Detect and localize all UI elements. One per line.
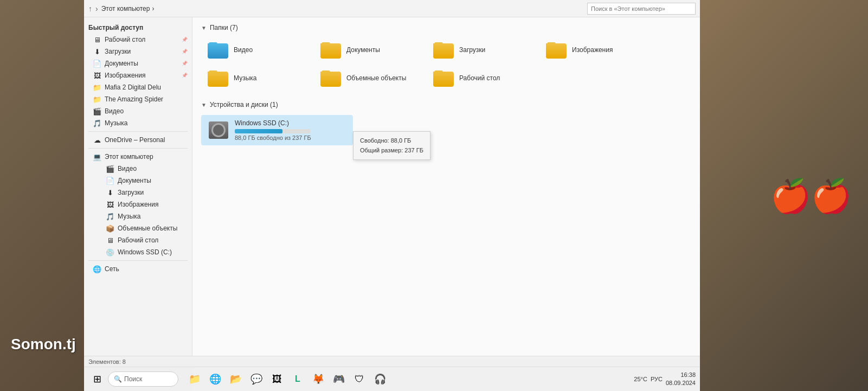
sidebar-item-3dobjects-pc[interactable]: 📦 Объемные объекты (97, 222, 192, 234)
sidebar-divider-1 (88, 131, 188, 132)
thispc-children: 🎬 Видео 📄 Документы ⬇ Загрузки 🖼 Изображ… (84, 163, 192, 258)
folder-documents-icon (320, 41, 342, 59)
breadcrumb-arrow: › (152, 5, 154, 12)
device-name: Windows SSD (C:) (235, 119, 346, 127)
search-icon: 🔍 (114, 375, 122, 383)
desktop-icon: 🖥 (93, 35, 101, 44)
right-environment: 🍎🍎 (700, 0, 868, 391)
sidebar-item-video[interactable]: 🎬 Видео (84, 105, 192, 117)
tooltip-total: Общий размер: 237 ГБ (360, 146, 423, 156)
storage-tooltip: Свободно: 88,0 ГБ Общий размер: 237 ГБ (353, 131, 430, 160)
storage-bar (235, 129, 311, 133)
sidebar-item-downloads-pc[interactable]: ⬇ Загрузки (97, 187, 192, 198)
nav-back-button[interactable]: ↑ (88, 4, 92, 13)
sidebar-divider-3 (88, 260, 188, 261)
tooltip-free: Свободно: 88,0 ГБ (360, 136, 423, 146)
taskbar-app-file-explorer[interactable]: 📁 (185, 369, 204, 389)
taskbar-app-edge[interactable]: 🌐 (205, 369, 225, 389)
storage-text: 88,0 ГБ свободно из 237 ГБ (235, 134, 346, 141)
search-input[interactable] (587, 3, 696, 15)
breadcrumb: Этот компьютер › (101, 5, 155, 12)
folders-grid: Видео Документы Загрузки (201, 38, 691, 90)
sidebar-item-thispc[interactable]: 💻 Этот компьютер (84, 151, 192, 163)
sidebar-label-music-pc: Музыка (118, 213, 140, 220)
folder-music[interactable]: Музыка (201, 66, 310, 90)
music-pc-icon: 🎵 (106, 212, 114, 221)
taskbar-app-l[interactable]: L (288, 369, 307, 389)
sidebar-label-music: Музыка (105, 119, 127, 127)
folder-downloads[interactable]: Загрузки (427, 38, 535, 62)
sidebar-label-mafia2: Mafia 2 Digital Delu (105, 84, 161, 91)
sidebar-item-documents[interactable]: 📄 Документы (84, 57, 192, 69)
sidebar-label-downloads-pc: Загрузки (118, 189, 144, 196)
sidebar-item-spider[interactable]: 📁 The Amazing Spider (84, 93, 192, 105)
sidebar-label-spider: The Amazing Spider (105, 95, 163, 103)
folder-video-label: Видео (234, 46, 253, 54)
title-bar: ↑ › Этот компьютер › (84, 0, 700, 17)
device-windows-ssd-icon (208, 120, 229, 140)
taskbar-app-explorer2[interactable]: 📂 (226, 369, 246, 389)
sidebar-item-desktop[interactable]: 🖥 Рабочий стол (84, 34, 192, 46)
sidebar-item-images[interactable]: 🖼 Изображения (84, 69, 192, 81)
images-pc-icon: 🖼 (106, 200, 114, 209)
taskbar-app-audio[interactable]: 🎧 (370, 369, 390, 389)
folder-desktop[interactable]: Рабочий стол (427, 66, 535, 90)
music-icon: 🎵 (93, 119, 101, 127)
folder-3dobjects-label: Объемные объекты (346, 74, 406, 82)
apple-decoration: 🍎🍎 (770, 176, 852, 215)
lang-display: РУС (651, 376, 663, 382)
folder-documents-label: Документы (346, 46, 380, 54)
folder-video-icon (208, 41, 229, 59)
folder-3dobjects-icon (320, 69, 342, 87)
quick-access-header[interactable]: Быстрый доступ (84, 22, 192, 34)
sidebar-item-desktop-pc[interactable]: 🖥 Рабочий стол (97, 234, 192, 246)
thispc-icon: 💻 (93, 152, 101, 161)
sidebar-item-video-pc[interactable]: 🎬 Видео (97, 163, 192, 175)
taskbar-app-photos[interactable]: 🖼 (267, 369, 287, 389)
folders-section-label: Папки (7) (210, 24, 238, 31)
sidebar-item-music[interactable]: 🎵 Музыка (84, 117, 192, 129)
network-icon: 🌐 (93, 265, 101, 273)
folder-downloads-icon (433, 41, 455, 59)
taskbar-app-game[interactable]: 🎮 (329, 369, 349, 389)
taskbar-app-firefox[interactable]: 🦊 (308, 369, 328, 389)
breadcrumb-computer[interactable]: Этот компьютер (101, 5, 150, 12)
storage-bar-fill (235, 129, 282, 133)
documents-icon: 📄 (93, 59, 101, 68)
watermark: Somon.tj (11, 336, 76, 353)
sidebar-item-mafia2[interactable]: 📁 Mafia 2 Digital Delu (84, 81, 192, 93)
sidebar-label-desktop-pc: Рабочий стол (118, 236, 158, 244)
folder-images[interactable]: Изображения (539, 38, 648, 62)
sidebar-item-network[interactable]: 🌐 Сеть (84, 263, 192, 275)
start-button[interactable]: ⊞ (88, 370, 106, 388)
downloads-pc-icon: ⬇ (106, 188, 114, 197)
sidebar-item-onedrive[interactable]: ☁ OneDrive – Personal (84, 134, 192, 146)
video-icon: 🎬 (93, 107, 101, 116)
sidebar-item-windows-pc[interactable]: 💿 Windows SSD (C:) (97, 246, 192, 258)
sidebar-item-images-pc[interactable]: 🖼 Изображения (97, 198, 192, 210)
sidebar-divider-2 (88, 148, 188, 149)
taskbar-app-chat[interactable]: 💬 (247, 369, 266, 389)
sidebar: Быстрый доступ 🖥 Рабочий стол ⬇ Загрузки… (84, 17, 192, 391)
taskbar-search[interactable]: 🔍 Поиск (108, 371, 178, 387)
folder-images-label: Изображения (572, 46, 613, 54)
taskbar-search-label: Поиск (124, 375, 142, 383)
device-windows-ssd[interactable]: Windows SSD (C:) 88,0 ГБ свободно из 237… (201, 115, 353, 145)
sidebar-item-music-pc[interactable]: 🎵 Музыка (97, 210, 192, 222)
clock-date: 08.09.2024 (666, 379, 696, 387)
sidebar-label-windows-pc: Windows SSD (C:) (118, 248, 172, 256)
folder-video[interactable]: Видео (201, 38, 310, 62)
search-area (587, 3, 696, 15)
taskbar-app-shield[interactable]: 🛡 (350, 369, 369, 389)
folder-documents[interactable]: Документы (314, 38, 422, 62)
folder-3dobjects[interactable]: Объемные объекты (314, 66, 422, 90)
spider-icon: 📁 (93, 95, 101, 104)
devices-section-header[interactable]: ▼ Устройства и диски (1) (201, 101, 691, 108)
folder-images-icon (546, 41, 568, 59)
sidebar-item-downloads[interactable]: ⬇ Загрузки (84, 46, 192, 57)
nav-forward-button[interactable]: › (95, 4, 98, 13)
sidebar-item-documents-pc[interactable]: 📄 Документы (97, 175, 192, 187)
folders-section-header[interactable]: ▼ Папки (7) (201, 24, 691, 31)
sidebar-label-images: Изображения (105, 72, 145, 79)
device-info: Windows SSD (C:) 88,0 ГБ свободно из 237… (235, 119, 346, 141)
